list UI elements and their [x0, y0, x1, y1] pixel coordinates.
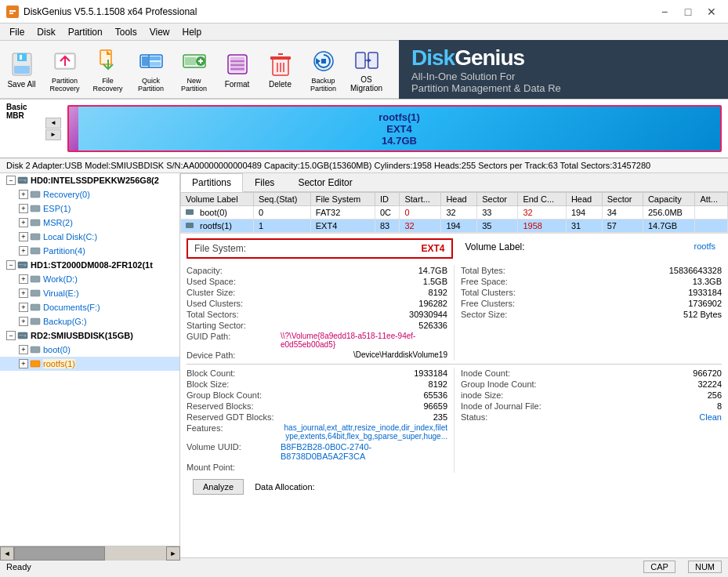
expand-work-d[interactable]: + [19, 274, 28, 284]
hd0-label: HD0:INTELSSDPEKKW256G8(2 [31, 176, 159, 185]
inode-journal-row: Inode of Journal File: 8 [461, 401, 722, 412]
guid-path-row: GUID Path: \\?\Volume{8a9edd18-a518-11ee… [187, 331, 447, 350]
tab-sector-editor[interactable]: Sector Editor [286, 173, 364, 191]
tab-files[interactable]: Files [243, 173, 286, 191]
partition-bar[interactable]: rootfs(1) EXT4 14.7GB [67, 105, 722, 152]
menu-tools[interactable]: Tools [109, 25, 143, 39]
partition-icon-rootfs [30, 358, 41, 369]
close-button[interactable]: ✕ [701, 4, 722, 20]
nav-arrows[interactable]: ◄ ► [45, 118, 61, 140]
table-row[interactable]: boot(0) 0 FAT32 0C 0 32 33 32 194 34 256… [181, 206, 728, 220]
save-all-label: Save All [7, 80, 35, 89]
hscroll-track[interactable] [14, 546, 166, 558]
col-start-head[interactable]: Head [441, 193, 477, 206]
expand-backup-g[interactable]: + [19, 317, 28, 326]
save-all-button[interactable]: Save All [0, 44, 43, 95]
window-controls[interactable]: − □ ✕ [654, 4, 722, 20]
tree-hscroll[interactable]: ◄ ► [0, 546, 180, 557]
tree-item-boot0[interactable]: + boot(0) [0, 343, 179, 357]
hscroll-thumb[interactable] [14, 546, 105, 558]
expand-partition4[interactable]: + [19, 246, 28, 256]
menu-partition[interactable]: Partition [62, 25, 109, 39]
col-filesystem[interactable]: File System [310, 193, 375, 206]
local-c-label: Local Disk(C:) [43, 232, 97, 241]
nav-left-arrow[interactable]: ◄ [45, 118, 61, 129]
hscroll-left[interactable]: ◄ [0, 546, 14, 558]
expand-esp[interactable]: + [19, 204, 28, 213]
col-end-sector[interactable]: Sector [602, 193, 643, 206]
format-button[interactable]: Format [216, 44, 259, 95]
table-row-selected[interactable]: rootfs(1) 1 EXT4 83 32 194 35 1958 31 57… [181, 220, 728, 233]
details-section: Capacity: 14.7GB Used Space: 1.5GB Clust… [187, 265, 722, 361]
expand-recovery[interactable]: + [19, 190, 28, 199]
expand-boot0[interactable]: + [19, 345, 28, 354]
col-start-cyl[interactable]: Start... [400, 193, 441, 206]
expand-virual-e[interactable]: + [19, 288, 28, 298]
file-recovery-button[interactable]: FileRecovery [86, 44, 129, 95]
col-attr[interactable]: Att... [695, 193, 728, 206]
svg-point-48 [24, 264, 27, 267]
tree-item-virual-e[interactable]: + Virual(E:) [0, 286, 179, 300]
svg-rect-9 [100, 50, 111, 64]
tree-panel: − HD0:INTELSSDPEKKW256G8(2 + Recovery(0)… [0, 173, 180, 557]
tab-partitions[interactable]: Partitions [180, 173, 243, 192]
delete-button[interactable]: Delete [259, 44, 302, 95]
tree-item-hd0[interactable]: − HD0:INTELSSDPEKKW256G8(2 [0, 173, 179, 187]
backup-g-label: Backup(G:) [43, 317, 87, 326]
analyze-button[interactable]: Analyze [193, 479, 244, 495]
expand-documents-f[interactable]: + [19, 303, 28, 312]
nav-right-arrow[interactable]: ► [45, 129, 61, 140]
hscroll-right[interactable]: ► [166, 546, 180, 558]
new-partition-button[interactable]: NewPartition [172, 44, 216, 95]
menu-help[interactable]: Help [176, 25, 208, 39]
tree-item-msr[interactable]: + MSR(2) [0, 216, 179, 230]
col-end-head[interactable]: Head [566, 193, 602, 206]
menu-disk[interactable]: Disk [31, 25, 61, 39]
quick-partition-button[interactable]: QuickPartition [129, 44, 172, 95]
col-capacity[interactable]: Capacity [643, 193, 694, 206]
tree-item-partition4[interactable]: + Partition(4) [0, 244, 179, 258]
volume-uuid-row: Volume UUID: B8FB2B28-0B0C-2740-B8738D0B… [187, 441, 447, 462]
maximize-button[interactable]: □ [678, 4, 698, 20]
cell-start-sector-2: 35 [477, 220, 518, 233]
used-space-row: Used Space: 1.5GB [187, 276, 447, 287]
vol-label-val: rootfs [694, 241, 715, 259]
svg-rect-43 [31, 205, 40, 212]
partition-icon-esp [30, 203, 41, 214]
partition-icon-msr [30, 217, 41, 228]
expand-msr[interactable]: + [19, 218, 28, 227]
col-id[interactable]: ID [375, 193, 400, 206]
cell-seq-2: 1 [253, 220, 310, 233]
used-clusters-row: Used Clusters: 196282 [187, 298, 447, 309]
tree-item-local-c[interactable]: + Local Disk(C:) [0, 230, 179, 244]
col-end-cyl[interactable]: End C... [518, 193, 566, 206]
expand-hd1[interactable]: − [6, 260, 16, 270]
col-seq[interactable]: Seq.(Stat) [253, 193, 310, 206]
menu-file[interactable]: File [3, 25, 31, 39]
backup-partition-button[interactable]: BackupPartition [302, 44, 345, 95]
partition-recovery-button[interactable]: PartitionRecovery [43, 44, 86, 95]
tree-item-backup-g[interactable]: + Backup(G:) [0, 314, 179, 328]
col-volume-label[interactable]: Volume Label [181, 193, 254, 206]
svg-rect-52 [31, 304, 40, 310]
cell-capacity: 256.0MB [643, 206, 694, 220]
expand-rd2[interactable]: − [6, 331, 16, 340]
expand-rootfs1[interactable]: + [19, 359, 28, 368]
expand-hd0[interactable]: − [6, 176, 16, 185]
col-start-sector[interactable]: Sector [477, 193, 518, 206]
tree-item-rd2[interactable]: − RD2:SMIUSBDISK(15GB) [0, 328, 179, 343]
cell-attr-2 [695, 220, 728, 233]
tree-item-recovery[interactable]: + Recovery(0) [0, 187, 179, 201]
tree-item-rootfs1[interactable]: + rootfs(1) [0, 357, 179, 371]
svg-rect-50 [31, 276, 40, 282]
tree-item-documents-f[interactable]: + Documents(F:) [0, 300, 179, 314]
expand-local-c[interactable]: + [19, 232, 28, 241]
tree-item-work-d[interactable]: + Work(D:) [0, 272, 179, 286]
minimize-button[interactable]: − [654, 4, 675, 20]
tree-item-esp[interactable]: + ESP(1) [0, 201, 179, 216]
menu-view[interactable]: View [143, 25, 176, 39]
os-migration-button[interactable]: OS Migration [345, 44, 388, 95]
main-partition-seg[interactable]: rootfs(1) EXT4 14.7GB [78, 107, 720, 151]
rootfs1-label: rootfs(1) [43, 359, 75, 368]
tree-item-hd1[interactable]: − HD1:ST2000DM008-2FR102(1t [0, 258, 179, 272]
